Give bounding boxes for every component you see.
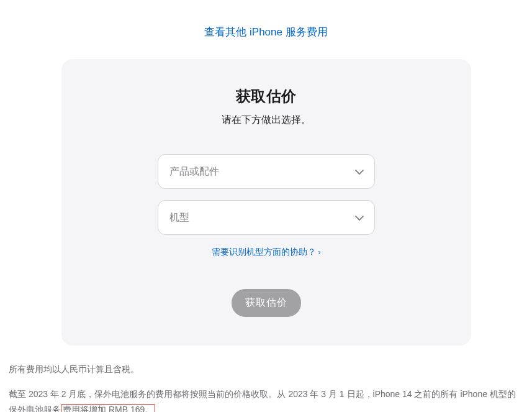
- help-link-wrapper: 需要识别机型方面的协助？›: [99, 246, 434, 258]
- chevron-right-icon: ›: [318, 248, 321, 257]
- page-container: 查看其他 iPhone 服务费用 获取估价 请在下方做出选择。 产品或配件 机型…: [0, 0, 532, 412]
- model-select-wrapper: 机型: [158, 200, 375, 235]
- footer-text: 所有费用均以人民币计算且含税。 截至 2023 年 2 月底，保外电池服务的费用…: [7, 364, 525, 412]
- card-subtitle: 请在下方做出选择。: [99, 114, 434, 127]
- footer-currency-note: 所有费用均以人民币计算且含税。: [9, 364, 523, 375]
- get-estimate-button[interactable]: 获取估价: [232, 289, 301, 317]
- identify-model-help-link[interactable]: 需要识别机型方面的协助？›: [212, 247, 321, 257]
- product-select[interactable]: 产品或配件: [158, 154, 375, 189]
- price-increase-highlight: 费用将增加 RMB 169。: [61, 404, 155, 412]
- model-select[interactable]: 机型: [158, 200, 375, 235]
- card-title: 获取估价: [99, 86, 434, 106]
- help-link-label: 需要识别机型方面的协助？: [212, 247, 316, 257]
- estimate-card: 获取估价 请在下方做出选择。 产品或配件 机型 需要识别机型方面的协助？›: [61, 59, 471, 346]
- view-other-services-link[interactable]: 查看其他 iPhone 服务费用: [204, 26, 327, 38]
- top-link-wrapper: 查看其他 iPhone 服务费用: [7, 7, 525, 59]
- product-select-wrapper: 产品或配件: [158, 154, 375, 189]
- footer-price-notice: 截至 2023 年 2 月底，保外电池服务的费用都将按照当前的价格收取。从 20…: [9, 387, 523, 412]
